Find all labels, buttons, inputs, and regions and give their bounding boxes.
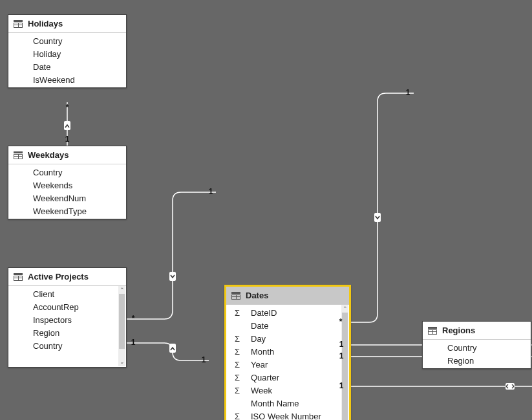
field-item[interactable]: Date bbox=[226, 319, 341, 332]
sigma-icon bbox=[231, 386, 243, 395]
scrollbar[interactable]: ⌃ ⌄ bbox=[341, 305, 348, 420]
table-title: Holidays bbox=[28, 19, 63, 28]
field-item[interactable]: Month Name bbox=[226, 397, 341, 410]
svg-rect-5 bbox=[169, 272, 176, 281]
field-list: Country Weekends WeekendNum WeekendType bbox=[8, 164, 126, 219]
table-icon bbox=[14, 20, 23, 28]
svg-rect-7 bbox=[374, 213, 381, 222]
table-header[interactable]: Dates bbox=[226, 287, 349, 305]
scrollbar[interactable]: ⌃ ⌄ bbox=[118, 286, 125, 366]
table-weekdays[interactable]: Weekdays Country Weekends WeekendNum Wee… bbox=[8, 146, 127, 219]
field-item[interactable]: Holiday bbox=[8, 47, 126, 60]
card-label: * bbox=[63, 103, 72, 112]
field-item[interactable]: ISO Week Number bbox=[226, 410, 341, 420]
field-item[interactable]: Inspectors bbox=[8, 313, 118, 326]
table-header[interactable]: Holidays bbox=[8, 15, 126, 33]
table-header[interactable]: Active Projects bbox=[8, 268, 126, 286]
field-item[interactable]: WeekendNum bbox=[8, 192, 126, 204]
field-item[interactable]: Year bbox=[226, 358, 341, 371]
sigma-icon bbox=[231, 347, 243, 357]
sigma-icon bbox=[231, 360, 243, 370]
field-list: Country Holiday Date IsWeekend bbox=[8, 33, 126, 87]
field-item[interactable]: Week bbox=[226, 384, 341, 397]
sigma-icon bbox=[231, 412, 243, 421]
field-list: Client AccountRep Inspectors Region Coun… bbox=[8, 286, 126, 353]
field-item[interactable]: Weekends bbox=[8, 179, 126, 192]
field-item[interactable]: Quarter bbox=[226, 371, 341, 384]
field-item[interactable]: Country bbox=[423, 341, 531, 354]
table-header[interactable]: Weekdays bbox=[8, 146, 126, 164]
card-label: 1 bbox=[199, 355, 208, 364]
direction-arrow-icon bbox=[373, 211, 382, 224]
svg-rect-8 bbox=[505, 383, 515, 390]
field-item[interactable]: Country bbox=[8, 339, 118, 352]
direction-arrow-icon bbox=[168, 342, 177, 355]
direction-arrow-both-icon bbox=[504, 382, 516, 391]
svg-rect-6 bbox=[169, 344, 176, 353]
field-item[interactable]: Day bbox=[226, 332, 341, 345]
field-list: DateID Date Day Month Year Quarter Week … bbox=[226, 305, 349, 420]
scroll-thumb[interactable] bbox=[119, 294, 125, 349]
field-item[interactable]: Date bbox=[8, 60, 126, 73]
table-icon bbox=[231, 292, 240, 300]
scroll-down-icon[interactable]: ⌄ bbox=[120, 359, 125, 365]
table-icon bbox=[14, 273, 23, 281]
field-list: Country Region bbox=[423, 340, 531, 368]
field-item[interactable]: AccountRep bbox=[8, 300, 118, 313]
field-item[interactable]: IsWeekend bbox=[8, 73, 126, 86]
table-regions[interactable]: Regions Country Region bbox=[422, 321, 531, 369]
sigma-icon bbox=[231, 334, 243, 344]
table-icon bbox=[14, 151, 23, 159]
scroll-thumb[interactable] bbox=[342, 313, 348, 420]
field-item[interactable]: Region bbox=[423, 354, 531, 367]
field-item[interactable]: Country bbox=[8, 166, 126, 179]
field-item[interactable]: Client bbox=[8, 287, 118, 300]
card-label: 1 bbox=[206, 187, 215, 196]
card-label: 1 bbox=[403, 88, 412, 97]
field-item[interactable]: Region bbox=[8, 326, 118, 339]
card-label: 1 bbox=[63, 135, 72, 144]
table-dates[interactable]: Dates DateID Date Day Month Year Quarter… bbox=[224, 285, 351, 420]
direction-arrow-icon bbox=[63, 119, 72, 132]
table-title: Regions bbox=[442, 326, 475, 335]
table-active-projects[interactable]: Active Projects Client AccountRep Inspec… bbox=[8, 267, 127, 368]
field-item[interactable]: WeekendType bbox=[8, 204, 126, 217]
sigma-icon bbox=[231, 308, 243, 318]
table-icon bbox=[428, 327, 437, 335]
scroll-up-icon[interactable]: ⌃ bbox=[343, 306, 348, 312]
sigma-icon bbox=[231, 373, 243, 382]
field-item[interactable]: Country bbox=[8, 34, 126, 47]
field-item[interactable]: Month bbox=[226, 345, 341, 358]
direction-arrow-icon bbox=[168, 270, 177, 283]
svg-rect-4 bbox=[64, 121, 70, 130]
table-holidays[interactable]: Holidays Country Holiday Date IsWeekend bbox=[8, 14, 127, 88]
table-header[interactable]: Regions bbox=[423, 322, 531, 340]
table-title: Weekdays bbox=[28, 150, 69, 160]
card-label: * bbox=[129, 314, 138, 323]
table-title: Dates bbox=[246, 291, 268, 300]
table-title: Active Projects bbox=[28, 272, 89, 282]
card-label: 1 bbox=[129, 338, 138, 347]
field-item[interactable]: DateID bbox=[226, 306, 341, 319]
scroll-up-icon[interactable]: ⌃ bbox=[120, 287, 125, 293]
